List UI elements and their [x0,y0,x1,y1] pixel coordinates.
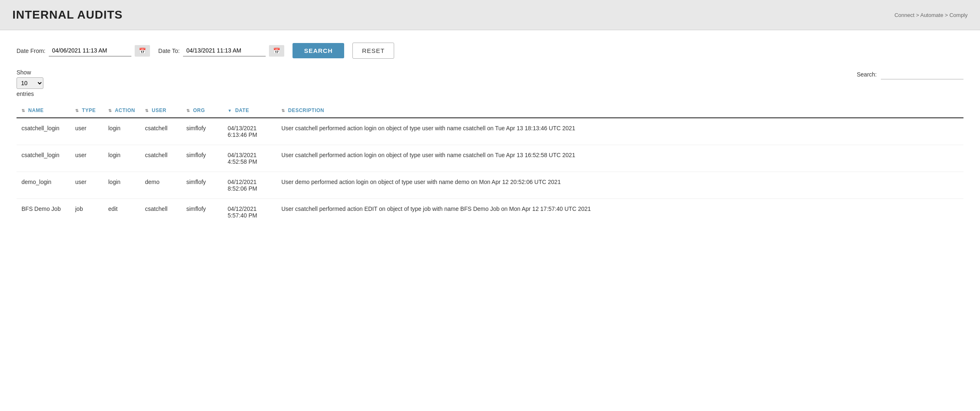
table-row: csatchell_login user login csatchell sim… [17,145,963,172]
breadcrumb: Connect > Automate > Comply [894,12,968,18]
cell-description: User csatchell performed action EDIT on … [276,199,963,226]
col-header-org[interactable]: ⇅ ORG [181,103,223,118]
table-row: demo_login user login demo simflofy 04/1… [17,172,963,199]
sort-icon-description: ⇅ [281,108,285,113]
reset-button[interactable]: RESET [352,43,394,59]
sort-icon-user: ⇅ [145,108,149,113]
date-from-group: Date From: 📅 [17,45,150,57]
cell-user: csatchell [140,118,181,145]
cell-org: simflofy [181,172,223,199]
date-from-calendar-button[interactable]: 📅 [135,45,150,57]
cell-name: csatchell_login [17,145,70,172]
cell-user: csatchell [140,145,181,172]
col-header-date[interactable]: ▼ DATE [223,103,276,118]
cell-type: job [70,199,103,226]
show-entries-select[interactable]: 10 25 50 100 [17,77,43,89]
show-entries-group: Show 10 25 50 100 entries [17,69,43,97]
show-label: Show [17,69,43,76]
cell-action: edit [103,199,140,226]
sort-icon-action: ⇅ [108,108,112,113]
cell-user: demo [140,172,181,199]
col-header-name[interactable]: ⇅ NAME [17,103,70,118]
cell-date: 04/13/20214:52:58 PM [223,145,276,172]
cell-action: login [103,145,140,172]
table-row: csatchell_login user login csatchell sim… [17,118,963,145]
table-header-row: ⇅ NAME ⇅ TYPE ⇅ ACTION ⇅ USER ⇅ ORG [17,103,963,118]
col-header-user[interactable]: ⇅ USER [140,103,181,118]
cell-type: user [70,145,103,172]
date-from-input[interactable] [49,45,131,57]
sort-icon-name: ⇅ [21,108,25,113]
cell-description: User demo performed action login on obje… [276,172,963,199]
cell-org: simflofy [181,118,223,145]
audit-table: ⇅ NAME ⇅ TYPE ⇅ ACTION ⇅ USER ⇅ ORG [17,103,963,225]
entries-label: entries [17,91,43,97]
page-title: INTERNAL AUDITS [12,8,123,22]
col-header-type[interactable]: ⇅ TYPE [70,103,103,118]
sort-icon-date: ▼ [228,108,232,113]
date-to-calendar-button[interactable]: 📅 [269,45,284,57]
sort-icon-type: ⇅ [75,108,79,113]
date-to-group: Date To: 📅 [158,45,284,57]
cell-name: demo_login [17,172,70,199]
cell-type: user [70,172,103,199]
table-row: BFS Demo Job job edit csatchell simflofy… [17,199,963,226]
sort-icon-org: ⇅ [186,108,190,113]
table-search-label: Search: [857,71,877,78]
table-controls: Show 10 25 50 100 entries Search: [17,69,963,97]
main-content: Date From: 📅 Date To: 📅 SEARCH RESET Sho… [0,30,980,411]
cell-type: user [70,118,103,145]
cell-date: 04/12/20215:57:40 PM [223,199,276,226]
cell-name: csatchell_login [17,118,70,145]
cell-action: login [103,172,140,199]
table-search-input[interactable] [881,69,963,79]
date-from-label: Date From: [17,48,45,54]
cell-description: User csatchell performed action login on… [276,118,963,145]
cell-user: csatchell [140,199,181,226]
search-group: Search: [857,69,963,79]
search-button[interactable]: SEARCH [293,43,344,58]
cell-org: simflofy [181,199,223,226]
cell-description: User csatchell performed action login on… [276,145,963,172]
cell-date: 04/13/20216:13:46 PM [223,118,276,145]
cell-action: login [103,118,140,145]
cell-name: BFS Demo Job [17,199,70,226]
col-header-action[interactable]: ⇅ ACTION [103,103,140,118]
table-body: csatchell_login user login csatchell sim… [17,118,963,225]
filter-row: Date From: 📅 Date To: 📅 SEARCH RESET [17,43,963,59]
cell-org: simflofy [181,145,223,172]
date-to-input[interactable] [183,45,266,57]
page-header: INTERNAL AUDITS Connect > Automate > Com… [0,0,980,30]
date-to-label: Date To: [158,48,180,54]
cell-date: 04/12/20218:52:06 PM [223,172,276,199]
col-header-description[interactable]: ⇅ DESCRIPTION [276,103,963,118]
